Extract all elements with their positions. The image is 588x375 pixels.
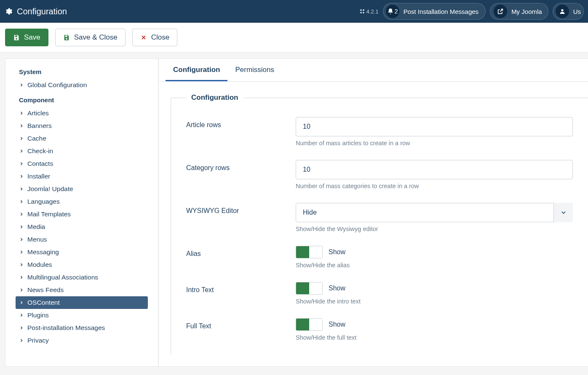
sidebar-item-oscontent[interactable]: OSContent xyxy=(16,296,148,309)
label-intro-text: Intro Text xyxy=(186,282,296,305)
chevron-right-icon xyxy=(19,313,24,318)
help-wysiwyg: Show/Hide the Wysiwyg editor xyxy=(296,226,573,232)
sidebar-item-cache[interactable]: Cache xyxy=(16,132,148,145)
notification-count: 2 xyxy=(395,8,398,15)
sidebar-item-label: Plugins xyxy=(27,311,49,319)
input-article-rows[interactable] xyxy=(296,117,573,136)
toggle-intro-text[interactable] xyxy=(296,282,323,295)
svg-point-1 xyxy=(363,9,364,11)
version-text: 4.2.1 xyxy=(366,8,379,15)
chevron-right-icon xyxy=(19,199,24,204)
sidebar-item-banners[interactable]: Banners xyxy=(16,120,148,132)
label-category-rows: Category rows xyxy=(186,160,296,189)
user-menu-button[interactable]: Us xyxy=(553,3,584,20)
sidebar-item-joomla-update[interactable]: Joomla! Update xyxy=(16,183,148,195)
help-alias: Show/Hide the alias xyxy=(296,262,573,269)
input-category-rows[interactable] xyxy=(296,160,573,179)
svg-point-4 xyxy=(561,9,563,11)
chevron-right-icon xyxy=(19,82,24,88)
sidebar-item-label: OSContent xyxy=(27,299,60,306)
sidebar-item-installer[interactable]: Installer xyxy=(16,170,148,183)
sidebar-item-post-installation-messages[interactable]: Post-installation Messages xyxy=(16,322,148,334)
help-category-rows: Number of mass categories to create in a… xyxy=(296,183,573,189)
gear-icon xyxy=(4,7,13,16)
sidebar-item-plugins[interactable]: Plugins xyxy=(16,309,148,322)
help-article-rows: Number of mass articles to create in a r… xyxy=(296,140,573,146)
post-install-label: Post Installation Messages xyxy=(404,8,478,15)
sidebar-item-label: News Feeds xyxy=(27,286,64,294)
sidebar-item-global-configuration[interactable]: Global Configuration xyxy=(16,79,148,91)
toggle-alias[interactable] xyxy=(296,246,323,258)
close-icon xyxy=(140,34,147,41)
sidebar-item-label: Languages xyxy=(27,198,60,205)
post-install-messages-button[interactable]: 2 Post Installation Messages xyxy=(383,3,486,20)
sidebar-heading-component: Component xyxy=(19,96,144,104)
sidebar-item-label: Cache xyxy=(27,135,46,142)
sidebar-item-label: Privacy xyxy=(27,337,49,344)
sidebar-item-articles[interactable]: Articles xyxy=(16,107,148,120)
chevron-right-icon xyxy=(19,262,24,267)
sidebar-item-label: Installer xyxy=(27,173,50,180)
chevron-right-icon xyxy=(19,212,24,217)
tab-configuration[interactable]: Configuration xyxy=(166,59,227,81)
sidebar-item-media[interactable]: Media xyxy=(16,221,148,233)
sidebar-item-label: Multilingual Associations xyxy=(27,274,98,281)
help-intro-text: Show/Hide the intro text xyxy=(296,298,573,305)
site-name-label: My Joomla xyxy=(511,8,542,15)
tab-permissions[interactable]: Permissions xyxy=(227,59,282,81)
sidebar-item-menus[interactable]: Menus xyxy=(16,233,148,246)
frontend-link-button[interactable]: My Joomla xyxy=(490,3,548,20)
chevron-right-icon xyxy=(19,338,24,343)
sidebar-item-label: Modules xyxy=(27,261,52,269)
sidebar-item-label: Mail Templates xyxy=(27,210,71,218)
sidebar-item-mail-templates[interactable]: Mail Templates xyxy=(16,208,148,221)
close-button[interactable]: Close xyxy=(132,29,177,46)
sidebar-item-label: Articles xyxy=(27,109,49,117)
sidebar-item-messaging[interactable]: Messaging xyxy=(16,246,148,258)
chevron-right-icon xyxy=(19,186,24,191)
sidebar-item-label: Media xyxy=(27,223,45,231)
external-link-icon xyxy=(497,8,504,15)
sidebar-item-privacy[interactable]: Privacy xyxy=(16,334,148,347)
sidebar-item-contacts[interactable]: Contacts xyxy=(16,157,148,170)
bell-icon xyxy=(387,8,394,15)
sidebar-heading-system: System xyxy=(19,68,144,75)
content-panel: Configuration Permissions Configuration … xyxy=(158,59,588,367)
label-alias: Alias xyxy=(186,246,296,269)
sidebar-item-languages[interactable]: Languages xyxy=(16,195,148,208)
sidebar-item-label: Banners xyxy=(27,122,52,130)
sidebar-item-check-in[interactable]: Check-in xyxy=(16,145,148,157)
sidebar-item-label: Menus xyxy=(27,236,47,243)
sidebar-item-label: Joomla! Update xyxy=(27,185,73,193)
save-button[interactable]: Save xyxy=(5,29,48,46)
sidebar-item-label: Check-in xyxy=(27,147,53,155)
chevron-right-icon xyxy=(19,174,24,179)
save-close-button[interactable]: Save & Close xyxy=(55,29,126,46)
label-wysiwyg: WYSIWYG Editor xyxy=(186,203,296,232)
version-badge: 4.2.1 xyxy=(360,8,379,15)
toggle-full-text[interactable] xyxy=(296,318,323,331)
sidebar-item-multilingual-associations[interactable]: Multilingual Associations xyxy=(16,271,148,284)
toggle-intro-state: Show xyxy=(329,285,345,292)
tabs: Configuration Permissions xyxy=(159,59,588,82)
user-label: Us xyxy=(573,8,581,15)
close-label: Close xyxy=(151,33,169,42)
chevron-right-icon xyxy=(19,250,24,255)
save-label: Save xyxy=(24,33,40,42)
chevron-right-icon xyxy=(19,224,24,229)
sidebar-item-news-feeds[interactable]: News Feeds xyxy=(16,284,148,296)
chevron-right-icon xyxy=(19,149,24,154)
select-wysiwyg[interactable] xyxy=(296,203,573,222)
fieldset-legend: Configuration xyxy=(186,93,243,102)
sidebar: System Global Configuration Component Ar… xyxy=(5,59,158,367)
user-icon xyxy=(559,8,566,15)
page-title: Configuration xyxy=(17,7,67,16)
topbar: Configuration 4.2.1 2 Post Installation … xyxy=(0,0,588,23)
chevron-right-icon xyxy=(19,111,24,116)
sidebar-item-label: Contacts xyxy=(27,160,53,168)
chevron-right-icon xyxy=(19,325,24,330)
select-wysiwyg-value[interactable] xyxy=(296,203,573,222)
sidebar-item-modules[interactable]: Modules xyxy=(16,258,148,271)
sidebar-item-label: Global Configuration xyxy=(27,81,87,89)
save-close-label: Save & Close xyxy=(74,33,118,42)
